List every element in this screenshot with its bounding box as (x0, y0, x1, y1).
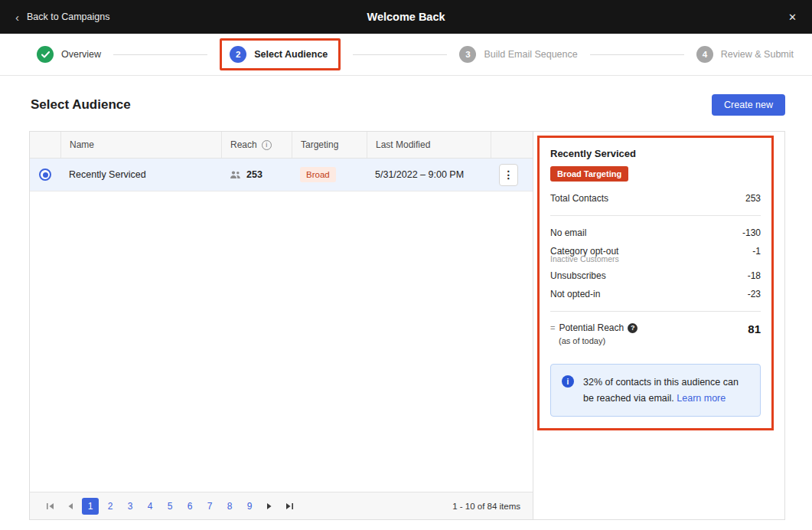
back-to-campaigns-link[interactable]: ‹ Back to Campaigns (15, 11, 109, 23)
create-new-button[interactable]: Create new (712, 94, 785, 116)
row-radio-selected[interactable] (39, 168, 51, 181)
page-number-2[interactable]: 2 (102, 498, 119, 515)
first-page-icon[interactable] (42, 498, 59, 515)
table-empty-area (30, 191, 533, 492)
reach-info-icon[interactable]: i (262, 140, 272, 150)
table-header-row: Name Reach i Targeting Last Modified (30, 132, 533, 159)
total-contacts-value: 253 (745, 193, 761, 204)
last-modified-cell: 5/31/2022 – 9:00 PM (367, 169, 491, 180)
divider (550, 311, 761, 312)
potential-reach-row: = Potential Reach ? (as of today) 81 (550, 322, 761, 345)
potential-reach-value: 81 (748, 322, 761, 335)
pagination-summary: 1 - 10 of 84 items (452, 502, 520, 511)
page-number-3[interactable]: 3 (122, 498, 139, 515)
step-2-number: 2 (230, 46, 246, 63)
step-select-audience-label: Select Audience (254, 49, 328, 60)
learn-more-link[interactable]: Learn more (677, 393, 726, 404)
total-contacts-row: Total Contacts 253 (550, 189, 761, 208)
page-number-5[interactable]: 5 (161, 498, 178, 515)
step-build-email-sequence-label: Build Email Sequence (484, 49, 577, 60)
page-title: Select Audience (31, 97, 131, 113)
annotation-box-panel: Recently Serviced Broad Targeting Total … (537, 136, 774, 430)
step-4-number: 4 (696, 46, 713, 63)
prev-page-icon[interactable] (62, 498, 79, 515)
reachability-info-box: i 32% of contacts in this audience can b… (550, 364, 761, 417)
column-targeting[interactable]: Targeting (292, 132, 367, 158)
step-review-submit-label: Review & Submit (721, 49, 794, 60)
pagination-bar: 1 2 3 4 5 6 7 8 9 1 - 10 of 84 items (30, 492, 533, 519)
targeting-cell: Broad (292, 167, 367, 182)
main-content: Name Reach i Targeting Last Modified Rec… (29, 131, 785, 520)
page-number-1[interactable]: 1 (82, 498, 99, 515)
step-build-email-sequence[interactable]: 3 Build Email Sequence (459, 46, 577, 63)
step-select-audience[interactable]: 2 Select Audience (230, 46, 328, 63)
last-page-icon[interactable] (281, 498, 298, 515)
deduction-sublabel: Inactive Customers (550, 254, 761, 267)
step-overview-label: Overview (61, 49, 101, 60)
check-icon (37, 46, 54, 63)
audience-detail-panel: Recently Serviced Broad Targeting Total … (533, 131, 785, 520)
modal-topbar: ‹ Back to Campaigns Welcome Back ✕ (0, 0, 812, 34)
page-number-9[interactable]: 9 (241, 498, 258, 515)
next-page-icon[interactable] (261, 498, 278, 515)
back-link-label: Back to Campaigns (27, 11, 109, 22)
column-name[interactable]: Name (60, 132, 221, 158)
help-icon[interactable]: ? (628, 323, 638, 333)
step-review-submit[interactable]: 4 Review & Submit (696, 46, 794, 63)
page-header: Select Audience Create new (0, 76, 812, 131)
wizard-stepper: Overview 2 Select Audience 3 Build Email… (0, 34, 812, 76)
column-actions (491, 132, 533, 158)
info-circle-icon: i (562, 375, 574, 388)
step-overview[interactable]: Overview (37, 46, 101, 63)
divider (550, 215, 761, 216)
table-row[interactable]: Recently Serviced 253 Broad 5/31/2022 – … (30, 159, 533, 191)
annotation-box-step2: 2 Select Audience (220, 38, 341, 70)
deduction-row: No email -130 (550, 224, 761, 242)
broad-targeting-badge: Broad (300, 167, 336, 182)
audience-name-cell: Recently Serviced (60, 169, 221, 180)
column-reach[interactable]: Reach i (221, 132, 292, 158)
close-icon[interactable]: ✕ (788, 11, 797, 23)
potential-reach-label: Potential Reach (559, 322, 624, 333)
column-last-modified[interactable]: Last Modified (367, 132, 491, 158)
reach-value: 253 (246, 169, 263, 180)
equals-sign: = (550, 323, 555, 332)
as-of-today-label: (as of today) (559, 336, 638, 345)
stepper-connector (590, 54, 684, 55)
row-actions-kebab-icon[interactable]: ⋮ (499, 164, 518, 186)
stepper-connector (353, 54, 447, 55)
page-number-7[interactable]: 7 (201, 498, 218, 515)
column-select (30, 132, 60, 158)
deduction-row: Not opted-in -23 (550, 285, 761, 303)
page-number-8[interactable]: 8 (221, 498, 238, 515)
stepper-connector (113, 54, 207, 55)
panel-audience-title: Recently Serviced (550, 148, 761, 159)
modal-title: Welcome Back (0, 11, 812, 23)
reach-cell: 253 (221, 169, 292, 180)
deduction-row: Unsubscribes -18 (550, 267, 761, 285)
back-chevron-icon: ‹ (15, 11, 19, 23)
page-number-4[interactable]: 4 (142, 498, 158, 515)
people-icon (230, 171, 241, 179)
broad-targeting-panel-badge: Broad Targeting (550, 166, 628, 182)
step-3-number: 3 (459, 46, 476, 63)
audience-table: Name Reach i Targeting Last Modified Rec… (29, 131, 533, 520)
page-number-6[interactable]: 6 (181, 498, 198, 515)
